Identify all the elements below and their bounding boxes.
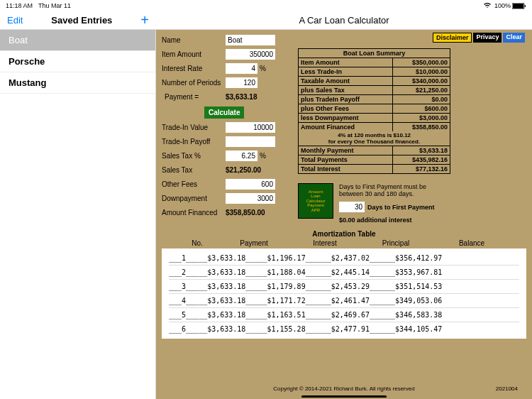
fees-input[interactable] <box>226 179 275 190</box>
down-label: Downpayment <box>162 195 226 202</box>
summary-row: plus Sales Tax$21,250.00 <box>299 86 450 95</box>
tax-label: Sales Tax <box>162 166 226 174</box>
amort-title: Amortization Table <box>162 230 526 238</box>
app-icon: AmountLoanCalculatorPaymentAPR <box>298 183 333 219</box>
amort-row: ___4_____$3,633.18_____$1,171.72______$2… <box>169 294 519 308</box>
summary-title: Boat Loan Summary <box>299 49 450 58</box>
payment-value: $3,633.18 <box>226 93 257 101</box>
days-extra: $0.00 additional interest <box>339 217 453 224</box>
periods-label: Number of Periods <box>162 79 226 87</box>
battery-icon: 100% <box>494 2 526 9</box>
calculate-button[interactable]: Calculate <box>204 106 244 119</box>
amort-row: ___6_____$3,633.18_____$1,155.28______$2… <box>169 322 519 336</box>
amort-row: ___2_____$3,633.18_____$1,188.04______$2… <box>169 266 519 280</box>
fees-label: Other Fees <box>162 180 226 188</box>
fin-label: Amount Financed <box>162 209 226 217</box>
payment-label: Payment = <box>162 93 226 101</box>
fin-value: $358,850.00 <box>226 209 265 217</box>
status-bar: 11:18 AM Thu Mar 11 100% <box>0 0 532 11</box>
amort-row: ___1_____$3,633.18_____$1,196.17______$2… <box>169 251 519 266</box>
summary-row: Total Interest$77,132.16 <box>299 165 450 173</box>
privacy-button[interactable]: Privacy <box>473 33 501 43</box>
wifi-icon <box>483 2 492 10</box>
app-title: A Car Loan Calculator <box>156 11 532 29</box>
svg-rect-2 <box>525 5 526 7</box>
payoff-input[interactable] <box>226 136 275 147</box>
summary-row: plus TradeIn Payoff$0.00 <box>299 95 450 104</box>
name-label: Name <box>162 36 226 44</box>
header: Edit Saved Entries + A Car Loan Calculat… <box>0 11 532 30</box>
summary-row: Amount Financed$358,850.00 <box>299 123 450 131</box>
tax-value: $21,250.00 <box>226 166 261 174</box>
amort-row: ___3_____$3,633.18_____$1,179.89______$2… <box>169 280 519 294</box>
summary-row: Less Trade-In$10,000.00 <box>299 67 450 77</box>
form: Name Item Amount Interest Rate% Number o… <box>162 34 293 219</box>
summary-row: Total Payments$435,982.16 <box>299 155 450 165</box>
taxpct-label: Sales Tax % <box>162 152 226 160</box>
days-input[interactable] <box>339 202 365 212</box>
taxpct-input[interactable] <box>226 151 257 161</box>
summary-row: Monthly Payment$3,633.18 <box>299 146 450 155</box>
item-label: Item Amount <box>162 50 226 58</box>
status-time: 11:18 AM <box>6 2 33 9</box>
rate-label: Interest Rate <box>162 65 226 72</box>
periods-input[interactable] <box>226 77 257 88</box>
rate-input[interactable] <box>226 63 257 74</box>
down-input[interactable] <box>226 193 275 204</box>
sidebar-item-porsche[interactable]: Porsche <box>0 51 155 72</box>
disclaimer-button[interactable]: Disclaimer <box>433 33 472 43</box>
add-button[interactable]: + <box>140 12 149 28</box>
name-input[interactable] <box>226 35 275 45</box>
summary-row: plus Other Fees$600.00 <box>299 104 450 114</box>
amortization-table: Amortization Table No. Payment Interest … <box>162 230 526 339</box>
svg-rect-1 <box>513 4 523 9</box>
footer: Copyright © 2014-2021 Richard Burk. All … <box>156 386 532 392</box>
payoff-label: Trade-In Payoff <box>162 138 226 146</box>
edit-button[interactable]: Edit <box>7 15 23 26</box>
sidebar-item-boat[interactable]: Boat <box>0 30 155 51</box>
days-area: Days to First Payment must be between 30… <box>339 183 453 224</box>
home-indicator[interactable] <box>301 395 387 398</box>
summary-note: 4% at 120 months is $10.12 for every One… <box>299 131 450 146</box>
clear-button[interactable]: Clear <box>503 33 525 43</box>
sidebar-title: Saved Entries <box>23 15 140 26</box>
item-input[interactable] <box>226 49 275 60</box>
summary-row: Taxable Amount$340,000.00 <box>299 77 450 86</box>
tradein-input[interactable] <box>226 122 275 133</box>
content: Disclaimer Privacy Clear Name Item Amoun… <box>156 30 532 399</box>
tradein-label: Trade-In Value <box>162 124 226 131</box>
summary-row: less Downpayment$3,000.00 <box>299 114 450 123</box>
days-label: Days to First Payment <box>367 204 435 211</box>
sidebar-item-mustang[interactable]: Mustang <box>0 72 155 94</box>
sidebar: Boat Porsche Mustang <box>0 30 156 399</box>
loan-summary: Boat Loan Summary Item Amount$350,000.00… <box>298 48 450 174</box>
amort-row: ___5_____$3,633.18_____$1,163.51______$2… <box>169 308 519 322</box>
summary-row: Item Amount$350,000.00 <box>299 58 450 67</box>
status-date: Thu Mar 11 <box>38 2 71 9</box>
